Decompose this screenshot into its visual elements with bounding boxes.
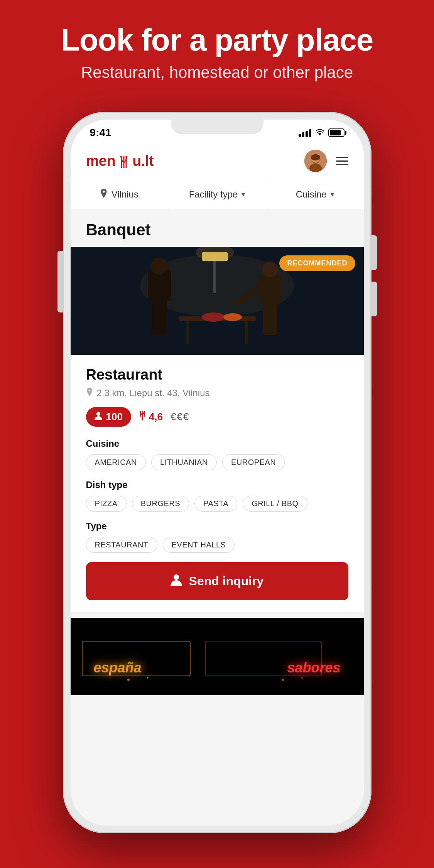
status-icons [299, 128, 344, 138]
phone-frame: 9:41 [63, 112, 372, 833]
type-section-label: Type [86, 521, 348, 532]
app-content: men u.lt [71, 142, 364, 826]
cuisine-tags-row: AMERICAN LITHUANIAN EUROPEAN [86, 454, 348, 470]
tag-restaurant: RESTAURANT [86, 537, 157, 553]
address-pin-icon [86, 388, 93, 399]
user-avatar[interactable] [304, 150, 327, 172]
phone-inner: 9:41 [71, 120, 364, 826]
navbar-right [304, 150, 348, 172]
price: €€€ [171, 411, 189, 423]
svg-rect-18 [260, 274, 281, 303]
status-time: 9:41 [90, 127, 111, 139]
logo-text: men u.lt [86, 153, 154, 169]
tag-pasta: PASTA [194, 496, 237, 512]
facility-type-label: Facility type [189, 189, 238, 200]
phone-button-right-bottom [372, 282, 377, 316]
svg-point-7 [311, 154, 320, 160]
neon-text-espana: españa [94, 660, 142, 676]
phone-button-left [57, 251, 63, 312]
svg-point-14 [223, 313, 242, 321]
second-card-image [71, 618, 364, 695]
svg-point-24 [96, 412, 100, 416]
cuisine-section: Cuisine AMERICAN LITHUANIAN EUROPEAN [86, 438, 348, 470]
send-inquiry-label: Send inquiry [189, 574, 264, 588]
tag-american: AMERICAN [86, 454, 146, 470]
svg-rect-28 [142, 415, 143, 420]
section-title: Banquet [86, 221, 348, 239]
sub-title: Restaurant, homestead or other place [0, 63, 434, 82]
restaurant-address: 2.3 km, Liepu st. 43, Vilnius [86, 388, 348, 399]
battery-icon [328, 128, 344, 137]
svg-point-19 [262, 262, 278, 277]
rating-fork-icon [139, 411, 146, 423]
facility-type-chevron-icon: ▾ [241, 190, 245, 199]
tag-grill-bbq: GRILL / BBQ [243, 496, 307, 512]
dish-type-tags-row: PIZZA BURGERS PASTA GRILL / BBQ [86, 496, 348, 512]
tag-lithuanian: LITHUANIAN [151, 454, 217, 470]
svg-rect-20 [263, 302, 277, 335]
cuisine-filter[interactable]: Cuisine ▾ [266, 180, 364, 209]
tag-burgers: BURGERS [132, 496, 189, 512]
location-filter[interactable]: Vilnius [71, 180, 169, 209]
tag-pizza: PIZZA [86, 496, 127, 512]
svg-point-29 [174, 574, 179, 580]
wifi-icon [315, 128, 324, 138]
svg-rect-11 [186, 321, 189, 344]
cuisine-label: Cuisine [296, 189, 327, 200]
svg-point-35 [147, 677, 149, 679]
address-text: 2.3 km, Liepu st. 43, Vilnius [97, 388, 210, 399]
second-card-preview: españa sabores [71, 618, 364, 695]
header-section: Look for a party place Restaurant, homes… [0, 23, 434, 82]
svg-rect-31 [71, 618, 364, 695]
rating-value: 4,6 [149, 411, 163, 423]
restaurant-card: RECOMMENDED Restaurant 2.3 km, Liepu st.… [71, 247, 364, 612]
scroll-area: Banquet [71, 209, 364, 826]
stats-row: 100 [86, 407, 348, 427]
dish-type-section-label: Dish type [86, 480, 348, 490]
capacity-badge: 100 [86, 407, 131, 427]
svg-point-16 [151, 258, 168, 275]
main-title: Look for a party place [0, 23, 434, 57]
cuisine-section-label: Cuisine [86, 438, 348, 449]
svg-rect-17 [152, 300, 167, 335]
facility-type-filter[interactable]: Facility type ▾ [168, 180, 266, 209]
svg-point-13 [202, 312, 225, 322]
signal-icon [299, 128, 311, 137]
card-body: Restaurant 2.3 km, Liepu st. 43, Vilnius [71, 355, 364, 612]
restaurant-name: Restaurant [86, 366, 348, 383]
filter-bar: Vilnius Facility type ▾ Cuisine ▾ [71, 180, 364, 209]
app-logo: men u.lt [86, 153, 154, 169]
type-tags-row: RESTAURANT EVENT HALLS [86, 537, 348, 553]
rating: 4,6 [139, 411, 163, 423]
avatar-image [304, 150, 327, 172]
recommended-badge: RECOMMENDED [279, 255, 355, 271]
dish-type-section: Dish type PIZZA BURGERS PASTA GRILL / BB… [86, 480, 348, 512]
send-inquiry-button[interactable]: Send inquiry [86, 562, 348, 600]
svg-point-36 [282, 679, 284, 681]
phone-button-right-top [372, 235, 377, 270]
neon-text-sabores: sabores [287, 660, 340, 676]
person-icon [95, 412, 102, 422]
app-navbar: men u.lt [71, 142, 364, 180]
svg-point-34 [127, 679, 130, 681]
phone-notch [171, 120, 263, 134]
card-image: RECOMMENDED [71, 247, 364, 355]
tag-event-halls: EVENT HALLS [163, 537, 235, 553]
tag-european: EUROPEAN [222, 454, 285, 470]
location-label: Vilnius [111, 189, 138, 200]
svg-rect-12 [245, 321, 248, 344]
cuisine-chevron-icon: ▾ [331, 190, 334, 199]
type-section: Type RESTAURANT EVENT HALLS [86, 521, 348, 553]
hamburger-menu-icon[interactable] [336, 157, 348, 165]
location-pin-icon [100, 189, 108, 200]
svg-point-37 [301, 677, 303, 679]
inquiry-person-icon [171, 574, 182, 589]
section-header: Banquet [71, 209, 364, 247]
capacity-number: 100 [106, 411, 123, 423]
